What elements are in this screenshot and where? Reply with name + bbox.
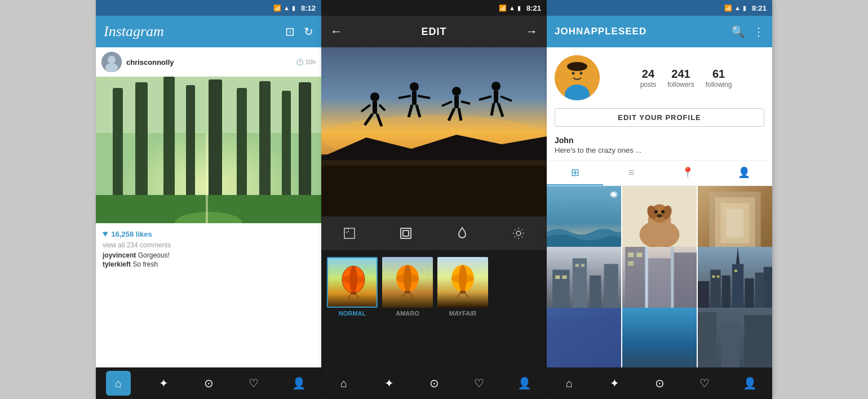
edit-nav-home[interactable]: ⌂ (331, 371, 356, 396)
edit-nav-heart[interactable]: ♡ (467, 371, 491, 396)
svg-point-25 (370, 92, 379, 101)
likes-count: 16,258 likes (112, 230, 152, 238)
bottom-nav-feed: ⌂ ✦ ⊙ ♡ 👤 (96, 367, 321, 399)
bottom-nav-profile: ⌂ ✦ ⊙ ♡ 👤 (547, 367, 772, 399)
followers-label: followers (667, 81, 694, 88)
nav-home[interactable]: ⌂ (106, 371, 131, 396)
explore-icon-profile: ✦ (610, 376, 619, 390)
svg-rect-26 (373, 101, 377, 114)
home-icon: ⌂ (115, 377, 122, 390)
frame-tool[interactable] (393, 221, 418, 246)
svg-rect-32 (412, 91, 417, 105)
svg-rect-116 (581, 264, 584, 267)
svg-point-65 (342, 275, 365, 284)
tab-grid[interactable]: ⊞ (547, 161, 603, 185)
svg-rect-107 (727, 209, 743, 238)
crop-tool[interactable] (337, 221, 362, 246)
post-avatar[interactable] (101, 52, 122, 72)
header-icons: ⊡ ↻ (285, 25, 313, 38)
filter-label-normal: NORMAL (339, 310, 366, 317)
inbox-icon[interactable]: ⊡ (285, 25, 295, 38)
svg-rect-143 (721, 322, 739, 367)
photo-grid: ◉ ◉ (547, 186, 772, 367)
svg-rect-125 (628, 261, 634, 265)
stat-followers: 241 followers (667, 68, 694, 88)
photo-9[interactable] (698, 308, 772, 367)
comment-text-2: So fresh (132, 260, 158, 268)
home-icon-profile: ⌂ (566, 377, 573, 390)
profile-nav-heart[interactable]: ♡ (692, 371, 717, 396)
svg-point-31 (410, 82, 419, 91)
svg-rect-50 (344, 228, 355, 238)
brightness-tool[interactable] (506, 221, 531, 246)
svg-rect-81 (460, 291, 466, 294)
photo-8[interactable] (622, 308, 697, 367)
svg-rect-74 (405, 291, 410, 294)
filter-amaro[interactable]: AMARO (382, 257, 433, 317)
nav-explore[interactable]: ✦ (151, 371, 176, 396)
instagram-logo: Instagram (104, 23, 164, 40)
refresh-icon[interactable]: ↻ (304, 25, 313, 38)
svg-point-43 (491, 82, 501, 91)
photo-7[interactable] (547, 308, 621, 367)
signal-icon: ▲ (284, 5, 290, 11)
time-value: 10h (305, 59, 316, 65)
tab-location[interactable]: 📍 (659, 161, 716, 185)
nav-profile[interactable]: 👤 (286, 371, 311, 396)
profile-avatar[interactable] (555, 55, 600, 100)
svg-rect-124 (636, 252, 642, 257)
post-username[interactable]: chrisconnolly (126, 58, 291, 66)
edit-nav-profile[interactable]: 👤 (512, 371, 537, 396)
profile-nav-home[interactable]: ⌂ (557, 371, 582, 396)
svg-point-86 (567, 62, 587, 71)
search-icon-profile[interactable]: 🔍 (731, 25, 745, 38)
camera-overlay-1: ◉ (611, 189, 618, 198)
back-arrow[interactable]: ← (330, 24, 343, 39)
forward-arrow[interactable]: → (525, 24, 538, 39)
svg-point-88 (572, 72, 575, 75)
status-icons-feed: 📶 ▲ ▮ (273, 5, 295, 12)
edit-nav-explore[interactable]: ✦ (377, 371, 401, 396)
battery-icon-profile: ▮ (743, 5, 746, 12)
profile-username-header: JOHNAPPLESEED (555, 26, 646, 37)
filters-row: NORMAL (321, 250, 547, 323)
svg-rect-137 (734, 270, 737, 272)
posts-label: posts (640, 81, 657, 88)
svg-rect-114 (562, 276, 566, 279)
screens-container: 📶 ▲ ▮ 8:12 Instagram ⊡ ↻ (0, 0, 868, 399)
tab-tagged[interactable]: 👤 (716, 161, 772, 185)
svg-line-61 (522, 229, 522, 230)
stat-posts: 24 posts (640, 68, 657, 88)
location-icon: 📍 (681, 166, 694, 179)
following-count: 61 (712, 68, 725, 81)
tab-list[interactable]: ≡ (603, 161, 659, 185)
comments-link[interactable]: view all 234 comments (103, 241, 315, 249)
profile-nav-explore[interactable]: ✦ (602, 371, 627, 396)
status-time-edit: 8:21 (526, 4, 541, 12)
nav-heart[interactable]: ♡ (241, 371, 266, 396)
profile-nav-camera[interactable]: ⊙ (647, 371, 672, 396)
svg-rect-113 (555, 276, 560, 279)
svg-rect-144 (745, 315, 773, 367)
edit-nav-camera[interactable]: ⊙ (422, 371, 446, 396)
comment-row-1: joyvincent Gorgeous! (103, 251, 315, 259)
filter-label-mayfair: MAYFAIR (449, 310, 477, 317)
person-icon-profile: 👤 (743, 376, 757, 390)
filter-mayfair[interactable]: MAYFAIR (437, 257, 488, 317)
signal-icon-profile: ▲ (734, 5, 741, 11)
filter-label-amaro: AMARO (396, 310, 419, 317)
heart-icon[interactable]: ♥ (103, 229, 108, 239)
svg-rect-139 (547, 317, 621, 368)
filter-thumb-normal (327, 257, 378, 308)
profile-tabs: ⊞ ≡ 📍 👤 (547, 160, 772, 186)
nav-camera[interactable]: ⊙ (196, 371, 221, 396)
profile-nav-profile[interactable]: 👤 (737, 371, 762, 396)
drop-tool[interactable] (450, 221, 475, 246)
filter-normal[interactable]: NORMAL (327, 257, 378, 317)
menu-icon-profile[interactable]: ⋮ (753, 25, 764, 38)
person-icon-edit: 👤 (517, 376, 532, 390)
svg-rect-19 (96, 77, 321, 223)
heart-nav-icon-profile: ♡ (699, 376, 710, 390)
profile-stats: 24 posts 241 followers 61 following (608, 68, 764, 88)
edit-profile-button[interactable]: EDIT YOUR PROFILE (555, 108, 764, 127)
